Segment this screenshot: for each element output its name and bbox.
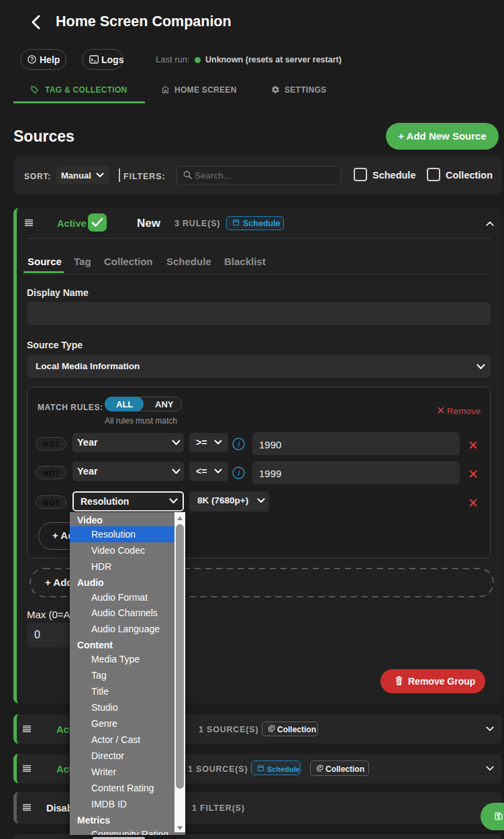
svg-text:i: i [238, 440, 241, 449]
svg-text:i: i [238, 468, 241, 478]
svg-text:?: ? [30, 56, 34, 62]
